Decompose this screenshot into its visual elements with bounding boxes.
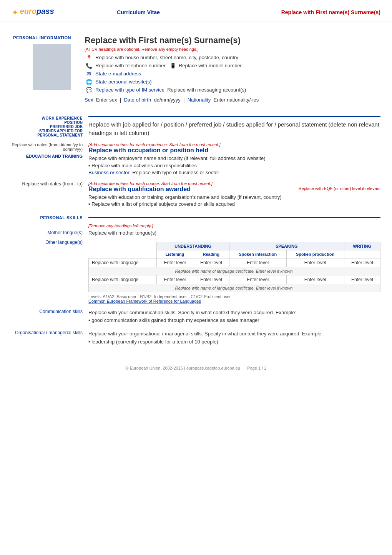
- work-dates: Replace with dates (from dd/mm/yy to dd/…: [12, 142, 88, 177]
- mobile-label: Replace with mobile number: [179, 63, 242, 68]
- work-entry-row: Replace with dates (from dd/mm/yy to dd/…: [0, 138, 392, 177]
- logo-euro-text: euro: [20, 7, 37, 15]
- work-experience-section: WORK EXPERIENCE POSITION PREFERRED JOB S…: [0, 116, 392, 177]
- eqf-label: Replace with EQF (or other) level if rel…: [299, 186, 380, 192]
- page-footer: © European Union, 2002-2015 | europass.c…: [0, 358, 392, 374]
- communication-skills-row: Communication skills Replace with your c…: [0, 303, 392, 325]
- language-table: UNDERSTANDING SPEAKING WRITING Listening…: [88, 242, 380, 292]
- logo-pass-text: pass: [37, 7, 54, 15]
- work-bar-right: Replace with job applied for / position …: [88, 116, 380, 138]
- qual-content: Replace with qualification awarded: [88, 186, 299, 193]
- activities-line: ▪ Replace with main activities and respo…: [88, 163, 380, 168]
- table-row: Replace with name of language certificat…: [89, 284, 380, 292]
- table-row: Replace with languageEnter levelEnter le…: [89, 275, 380, 284]
- logo-star-icon: ✦: [12, 8, 18, 17]
- sex-value: Enter sex: [96, 97, 117, 103]
- table-row: Replace with name of language certificat…: [89, 267, 380, 275]
- work-note: [Add separate entries for each experienc…: [88, 142, 380, 147]
- table-row: Replace with languageEnter levelEnter le…: [89, 258, 380, 267]
- occupation-title: Replace with occupation or position held: [88, 147, 380, 154]
- mother-tongue-value: Replace with mother tongue(s): [88, 230, 380, 236]
- footer-copyright: © European Union, 2002-2015 | europass.c…: [126, 366, 240, 370]
- personal-info-left: PERSONAL INFORMATION: [0, 28, 77, 110]
- personal-statement-label: PERSONAL STATEMENT: [12, 133, 83, 137]
- website-label: State personal website(s): [95, 79, 152, 85]
- logo-container: ✦ europass: [12, 7, 58, 18]
- education-dates: Replace with dates (from - to): [12, 181, 88, 207]
- telephone-text: Replace with telephone number 📱 Replace …: [95, 63, 242, 68]
- mobile-icon: 📱: [170, 63, 176, 68]
- photo-placeholder: [33, 44, 71, 90]
- education-entry-row: Replace with dates (from - to) [Add sepa…: [0, 181, 392, 207]
- reading-subheader: Reading: [193, 250, 229, 258]
- cv-title: Curriculum Vitae: [117, 9, 160, 15]
- education-section-label: Replace with dates (from dd/mm/yy to dd/…: [12, 142, 83, 152]
- website-link[interactable]: State personal website(s): [95, 79, 152, 85]
- studies-label: STUDIES APPLIED FOR: [12, 129, 83, 133]
- header-name: Replace with First name(s) Surname(s): [219, 9, 380, 15]
- website-row: 🌐 State personal website(s): [85, 79, 380, 85]
- org-skills-row: Organisational / managerial skills Repla…: [0, 325, 392, 346]
- business-label: Business or sector: [88, 170, 130, 175]
- personal-full-name: Replace with First name(s) Surname(s): [85, 35, 380, 45]
- org-text: Replace with your organisational / manag…: [88, 330, 380, 346]
- personal-skills-bar-container: [88, 217, 380, 218]
- personal-info-label: PERSONAL INFORMATION: [12, 35, 71, 40]
- writing-subheader: [344, 250, 380, 258]
- email-label: State e-mail address: [95, 71, 141, 77]
- work-experience-label: WORK EXPERIENCE: [12, 116, 83, 120]
- personal-info-right: Replace with First name(s) Surname(s) [A…: [77, 28, 392, 110]
- org-label: Organisational / managerial skills: [12, 330, 88, 346]
- telephone-row: 📞 Replace with telephone number 📱 Replac…: [85, 63, 380, 69]
- remove-note-text: [Remove any headings left empty.]: [88, 223, 153, 228]
- personal-info-section: PERSONAL INFORMATION Replace with First …: [0, 22, 392, 110]
- mother-tongue-label: Mother tongue(s): [12, 230, 88, 236]
- other-lang-label: Other language(s): [12, 240, 88, 303]
- writing-header: WRITING: [344, 242, 380, 250]
- optional-note: [All CV headings are optional. Remove an…: [85, 47, 380, 52]
- education-entry-content: [Add separate entries for each course. S…: [88, 181, 380, 207]
- spoken-interaction-subheader: Spoken interaction: [229, 250, 286, 258]
- communication-text: Replace with your communication skills. …: [88, 309, 380, 325]
- im-text: Replace with type of IM service Replace …: [95, 87, 246, 93]
- education-org: Replace with education or training organ…: [88, 194, 380, 200]
- dob-label: Date of birth: [124, 97, 151, 103]
- personal-skills-label: PERSONAL SKILLS: [40, 215, 83, 220]
- business-sector-line: Business or sector Replace with type of …: [88, 170, 380, 175]
- position-label: POSITION: [12, 120, 83, 125]
- address-text: Replace with house number, street name, …: [95, 55, 238, 60]
- personal-skills-section: PERSONAL SKILLS [Remove any headings lef…: [0, 215, 392, 346]
- qual-flex-row: Replace with qualification awarded Repla…: [88, 186, 380, 193]
- lang-notes: Levels: A1/A2: Basic user - B1/B2: Indep…: [88, 294, 380, 303]
- understanding-header: UNDERSTANDING: [157, 242, 229, 250]
- language-table-container: UNDERSTANDING SPEAKING WRITING Listening…: [88, 240, 380, 303]
- qualification-title: Replace with qualification awarded: [88, 186, 299, 193]
- work-labels: WORK EXPERIENCE POSITION PREFERRED JOB S…: [12, 116, 88, 137]
- dob-value: dd/mm/yyyy: [154, 97, 180, 103]
- personal-skills-label-container: PERSONAL SKILLS: [12, 215, 88, 220]
- preferred-job-label: PREFERRED JOB: [12, 125, 83, 129]
- phone-icon: 📞: [85, 63, 93, 69]
- speaking-header: SPEAKING: [229, 242, 344, 250]
- mother-tongue-row: Mother tongue(s) Replace with mother ton…: [0, 228, 392, 236]
- education-and-training-label: EDUCATION AND TRAINING: [12, 154, 83, 158]
- sex-dob-nationality-line: Sex Enter sex | Date of birth dd/mm/yyyy…: [85, 97, 380, 103]
- education-dates-label: Replace with dates (from - to): [22, 181, 83, 187]
- nationality-value: Enter nationality/-ies: [214, 97, 259, 103]
- email-link[interactable]: State e-mail address: [95, 71, 141, 77]
- telephone-label: Replace with telephone number: [95, 63, 166, 68]
- other-languages-row: Other language(s) UNDERSTANDING SPEAKING…: [0, 236, 392, 303]
- email-row: ✉ State e-mail address: [85, 71, 380, 77]
- address-row: 📍 Replace with house number, street name…: [85, 55, 380, 61]
- big-statement-text: Replace with job applied for / position …: [88, 120, 380, 138]
- footer-page: Page 1 / 2: [247, 366, 266, 370]
- work-section-header: WORK EXPERIENCE POSITION PREFERRED JOB S…: [0, 116, 392, 138]
- personal-skills-divider: [88, 217, 380, 218]
- im-icon: 💬: [85, 87, 93, 93]
- lang-ref-link[interactable]: Common European Framework of Reference f…: [88, 299, 201, 303]
- subjects-line: ▪ Replace with a list of principal subje…: [88, 201, 380, 207]
- work-divider: [88, 116, 380, 117]
- sex-label: Sex: [85, 97, 93, 103]
- location-icon: 📍: [85, 55, 93, 61]
- listening-subheader: Listening: [157, 250, 193, 258]
